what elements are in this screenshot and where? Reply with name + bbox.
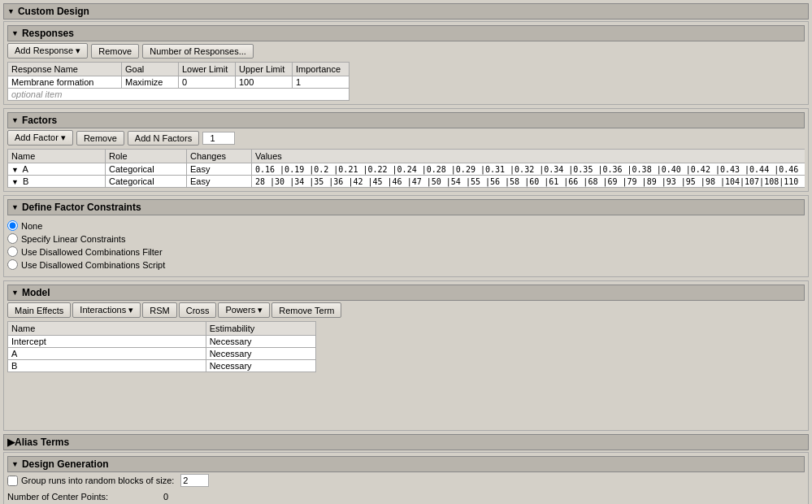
add-factor-button[interactable]: Add Factor bbox=[7, 130, 73, 146]
model-row-a[interactable]: A Necessary bbox=[8, 348, 316, 360]
constraint-linear-radio[interactable] bbox=[7, 233, 18, 244]
col-values: Values bbox=[252, 150, 805, 163]
custom-design-header[interactable]: ▼ Custom Design bbox=[3, 3, 809, 20]
n-factors-input[interactable] bbox=[202, 132, 235, 145]
constraint-linear-item: Specify Linear Constraints bbox=[7, 233, 805, 244]
group-runs-value-input[interactable] bbox=[180, 474, 209, 487]
center-points-value: 0 bbox=[144, 492, 168, 502]
response-upper-cell: 100 bbox=[236, 76, 293, 89]
factors-header[interactable]: ▼ Factors bbox=[7, 112, 805, 128]
remove-response-button[interactable]: Remove bbox=[91, 44, 139, 59]
model-est-a: Necessary bbox=[206, 348, 315, 360]
factors-section: ▼ Factors Add Factor Remove Add N Factor… bbox=[3, 108, 809, 192]
powers-button[interactable]: Powers bbox=[218, 302, 270, 318]
alias-arrow: ▶ bbox=[7, 437, 15, 448]
model-row-b[interactable]: B Necessary bbox=[8, 360, 316, 372]
remove-factor-button[interactable]: Remove bbox=[76, 131, 124, 146]
cross-button[interactable]: Cross bbox=[179, 302, 217, 318]
alias-label: Alias Terms bbox=[15, 437, 69, 448]
optional-label: optional item bbox=[8, 89, 350, 101]
constraint-linear-label: Specify Linear Constraints bbox=[21, 234, 125, 244]
model-est-intercept: Necessary bbox=[206, 336, 315, 348]
constraints-radio-group: None Specify Linear Constraints Use Disa… bbox=[7, 217, 805, 273]
col-changes: Changes bbox=[187, 150, 252, 163]
interactions-button[interactable]: Interactions bbox=[72, 302, 141, 318]
main-panel: ▼ Custom Design ▼ Responses Add Response… bbox=[0, 0, 812, 504]
constraint-filter-label: Use Disallowed Combinations Filter bbox=[21, 247, 163, 257]
factor-b-changes: Easy bbox=[187, 176, 252, 188]
col-lower-limit: Lower Limit bbox=[179, 63, 236, 76]
remove-term-button[interactable]: Remove Term bbox=[271, 302, 341, 318]
center-points-label: Number of Center Points: bbox=[7, 492, 137, 502]
factor-a-values: 0.16 |0.19 |0.2 |0.21 |0.22 |0.24 |0.28 … bbox=[252, 163, 805, 176]
col-role: Role bbox=[106, 150, 187, 163]
factor-row-b[interactable]: ▼ B Categorical Easy 28 |30 |34 |35 |36 … bbox=[8, 176, 805, 188]
model-header[interactable]: ▼ Model bbox=[7, 285, 805, 301]
model-label: Model bbox=[22, 287, 50, 298]
col-importance: Importance bbox=[293, 63, 350, 76]
alias-terms-header[interactable]: ▶ Alias Terms bbox=[3, 434, 809, 450]
group-runs-checkbox[interactable] bbox=[7, 476, 18, 486]
model-arrow: ▼ bbox=[11, 289, 19, 297]
define-factor-constraints-section: ▼ Define Factor Constraints None Specify… bbox=[3, 195, 809, 277]
add-response-button[interactable]: Add Response bbox=[7, 43, 88, 59]
col-model-name: Name bbox=[8, 322, 206, 336]
factor-a-role: Categorical bbox=[106, 163, 187, 176]
model-name-a: A bbox=[8, 348, 206, 360]
responses-header[interactable]: ▼ Responses bbox=[7, 25, 805, 41]
model-row-intercept[interactable]: Intercept Necessary bbox=[8, 336, 316, 348]
constraint-script-item: Use Disallowed Combinations Script bbox=[7, 259, 805, 270]
constraint-none-radio[interactable] bbox=[7, 220, 18, 231]
custom-design-arrow: ▼ bbox=[7, 7, 15, 15]
optional-row: optional item bbox=[8, 89, 350, 101]
rsm-button[interactable]: RSM bbox=[142, 302, 176, 318]
factor-b-name: ▼ B bbox=[8, 176, 106, 188]
response-name-cell: Membrane formation bbox=[8, 76, 122, 89]
constraint-none-label: None bbox=[21, 221, 42, 231]
dfc-label: Define Factor Constraints bbox=[22, 202, 141, 213]
response-goal-cell: Maximize bbox=[122, 76, 179, 89]
col-upper-limit: Upper Limit bbox=[236, 63, 293, 76]
factors-table: Name Role Changes Values ▼ A Categorical… bbox=[7, 149, 805, 188]
responses-arrow: ▼ bbox=[11, 29, 19, 37]
constraint-filter-item: Use Disallowed Combinations Filter bbox=[7, 246, 805, 257]
constraint-none-item: None bbox=[7, 220, 805, 231]
number-of-responses-button[interactable]: Number of Responses... bbox=[142, 44, 254, 59]
design-generation-section: ▼ Design Generation Group runs into rand… bbox=[3, 452, 809, 504]
group-runs-row: Group runs into random blocks of size: bbox=[7, 474, 805, 487]
design-gen-label: Design Generation bbox=[22, 458, 109, 470]
responses-section: ▼ Responses Add Response Remove Number o… bbox=[3, 21, 809, 105]
col-estimability: Estimability bbox=[206, 322, 315, 336]
factor-a-changes: Easy bbox=[187, 163, 252, 176]
main-effects-button[interactable]: Main Effects bbox=[7, 302, 71, 318]
model-table: Name Estimability Intercept Necessary A … bbox=[7, 321, 316, 372]
design-gen-arrow: ▼ bbox=[11, 460, 19, 468]
table-row[interactable]: Membrane formation Maximize 0 100 1 bbox=[8, 76, 350, 89]
col-response-name: Response Name bbox=[8, 63, 122, 76]
factor-b-values: 28 |30 |34 |35 |36 |42 |45 |46 |47 |50 |… bbox=[252, 176, 805, 188]
add-n-factors-button[interactable]: Add N Factors bbox=[128, 131, 199, 146]
factor-row-a[interactable]: ▼ A Categorical Easy 0.16 |0.19 |0.2 |0.… bbox=[8, 163, 805, 176]
constraint-script-radio[interactable] bbox=[7, 259, 18, 270]
response-importance-cell: 1 bbox=[293, 76, 350, 89]
responses-table: Response Name Goal Lower Limit Upper Lim… bbox=[7, 62, 350, 101]
custom-design-title: Custom Design bbox=[18, 6, 89, 17]
factors-arrow: ▼ bbox=[11, 116, 19, 124]
model-name-b: B bbox=[8, 360, 206, 372]
center-points-row: Number of Center Points: 0 bbox=[7, 492, 805, 502]
model-est-b: Necessary bbox=[206, 360, 315, 372]
design-gen-header[interactable]: ▼ Design Generation bbox=[7, 456, 805, 472]
factors-toolbar: Add Factor Remove Add N Factors bbox=[7, 130, 805, 146]
factor-b-role: Categorical bbox=[106, 176, 187, 188]
dfc-arrow: ▼ bbox=[11, 203, 19, 211]
col-goal: Goal bbox=[122, 63, 179, 76]
constraint-script-label: Use Disallowed Combinations Script bbox=[21, 260, 165, 270]
constraint-filter-radio[interactable] bbox=[7, 246, 18, 257]
model-name-intercept: Intercept bbox=[8, 336, 206, 348]
col-factor-name: Name bbox=[8, 150, 106, 163]
factors-label: Factors bbox=[22, 115, 57, 126]
responses-toolbar: Add Response Remove Number of Responses.… bbox=[7, 43, 805, 59]
model-toolbar: Main Effects Interactions RSM Cross Powe… bbox=[7, 302, 805, 318]
factor-a-name: ▼ A bbox=[8, 163, 106, 176]
define-factor-constraints-header[interactable]: ▼ Define Factor Constraints bbox=[7, 199, 805, 215]
